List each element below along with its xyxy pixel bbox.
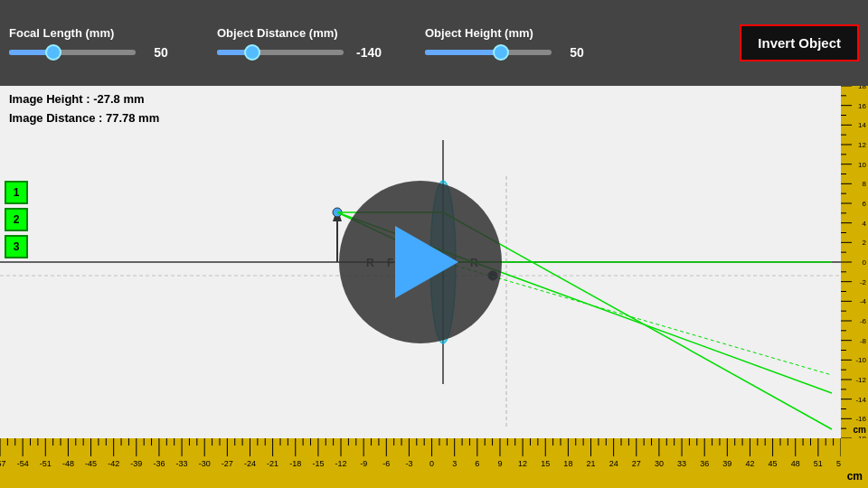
object-distance-row: -140 — [217, 45, 389, 60]
object-height-value: 50 — [557, 45, 597, 60]
svg-line-14 — [443, 212, 832, 429]
object-height-group: Object Height (mm) 50 — [425, 26, 597, 60]
object-height-row: 50 — [425, 45, 597, 60]
object-height-label: Object Height (mm) — [425, 26, 533, 40]
bottom-ruler: cm — [0, 438, 868, 488]
bottom-ruler-cm-label: cm — [847, 470, 863, 483]
focal-length-track[interactable] — [9, 50, 136, 55]
focal-length-group: Focal Length (mm) 50 — [9, 26, 181, 60]
object-height-track[interactable] — [425, 50, 552, 55]
svg-line-18 — [443, 262, 832, 375]
object-distance-group: Object Distance (mm) -140 — [217, 26, 389, 60]
right-ruler-cm-label: cm — [854, 425, 866, 435]
play-button[interactable] — [339, 181, 502, 343]
focal-length-label: Focal Length (mm) — [9, 26, 114, 40]
play-icon — [395, 226, 458, 298]
focal-length-value: 50 — [141, 45, 181, 60]
right-ruler: cm — [841, 86, 868, 438]
focal-length-row: 50 — [9, 45, 181, 60]
object-distance-value: -140 — [349, 45, 389, 60]
invert-object-button[interactable]: Invert Object — [740, 24, 859, 61]
object-distance-label: Object Distance (mm) — [217, 26, 338, 40]
controls-bar: Focal Length (mm) 50 Object Distance (mm… — [0, 0, 868, 86]
object-distance-track[interactable] — [217, 50, 344, 55]
